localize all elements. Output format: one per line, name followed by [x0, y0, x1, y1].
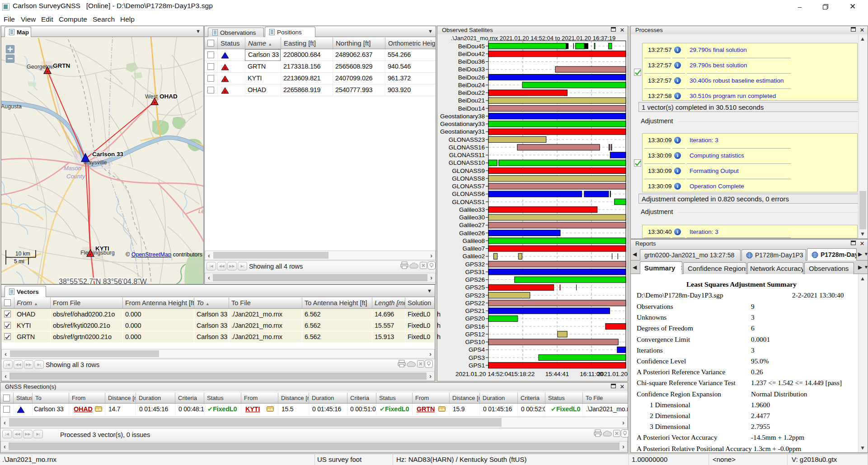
- svg-text:© OpenStreetMap contributors: © OpenStreetMap contributors: [126, 251, 202, 258]
- svg-text:BeiDou22: BeiDou22: [458, 89, 485, 96]
- svg-text:GLONASS16: GLONASS16: [449, 144, 485, 151]
- svg-text:GPS12: GPS12: [465, 331, 485, 338]
- svg-text:GPS21: GPS21: [465, 307, 485, 314]
- svg-text:GLONASS11: GLONASS11: [449, 152, 485, 158]
- svg-text:GRTN: GRTN: [53, 62, 70, 69]
- svg-text:GLONASS10: GLONASS10: [449, 159, 485, 166]
- svg-text:Galileo27: Galileo27: [459, 222, 485, 228]
- svg-text:Geostationary38: Geostationary38: [440, 113, 485, 120]
- svg-text:Geostationary31: Geostationary31: [440, 128, 485, 135]
- svg-text:GPS10: GPS10: [465, 339, 485, 345]
- svg-text:Galileo7: Galileo7: [462, 245, 485, 252]
- svg-text:GLONASS8: GLONASS8: [452, 175, 485, 182]
- svg-text:KYTI: KYTI: [95, 245, 109, 252]
- svg-text:BeiDou14: BeiDou14: [458, 105, 485, 112]
- svg-text:15:18:22: 15:18:22: [511, 371, 535, 377]
- svg-text:BeiDou26: BeiDou26: [458, 74, 485, 81]
- svg-text:GPS1: GPS1: [469, 362, 485, 369]
- svg-text:BeiDou33: BeiDou33: [458, 66, 485, 73]
- svg-text:GPS23: GPS23: [465, 292, 485, 299]
- svg-text:GPS20: GPS20: [465, 315, 485, 322]
- svg-text:Lev: Lev: [198, 209, 203, 214]
- svg-text:Galileo26: Galileo26: [459, 230, 485, 237]
- svg-text:2021.01.20: 2021.01.20: [597, 371, 628, 377]
- svg-text:38°55'52.7"N 83°56'04.8"W: 38°55'52.7"N 83°56'04.8"W: [59, 278, 147, 284]
- svg-text:Augusta: Augusta: [1, 103, 22, 110]
- svg-text:Galileo2: Galileo2: [462, 253, 485, 260]
- svg-text:Geostationary33: Geostationary33: [440, 121, 485, 127]
- svg-text:Mason: Mason: [64, 165, 81, 172]
- svg-text:5 mi: 5 mi: [14, 258, 24, 265]
- svg-text:GLONASS1: GLONASS1: [452, 199, 485, 205]
- svg-text:BeiDou24: BeiDou24: [458, 82, 485, 88]
- svg-text:15:44:41: 15:44:41: [545, 371, 569, 377]
- svg-text:GLONASS7: GLONASS7: [452, 183, 485, 190]
- svg-text:BeiDou45: BeiDou45: [458, 43, 485, 50]
- svg-text:Galileo33: Galileo33: [459, 206, 485, 213]
- svg-text:BeiDou42: BeiDou42: [458, 51, 485, 57]
- svg-text:GLONASS9: GLONASS9: [452, 167, 485, 174]
- svg-text:GPS4: GPS4: [469, 346, 485, 353]
- svg-text:Galileo30: Galileo30: [459, 214, 485, 221]
- svg-text:GPS16: GPS16: [465, 323, 485, 330]
- svg-text:Carlson 33: Carlson 33: [92, 151, 124, 158]
- svg-text:10 km: 10 km: [15, 251, 30, 257]
- svg-text:OHAD: OHAD: [160, 93, 178, 100]
- svg-text:GPS3: GPS3: [469, 354, 485, 361]
- svg-text:County: County: [66, 173, 86, 180]
- svg-text:GPS32: GPS32: [465, 261, 485, 268]
- svg-text:GPS31: GPS31: [465, 269, 485, 275]
- svg-text:Galileo8: Galileo8: [462, 237, 485, 244]
- svg-text:GLONASS6: GLONASS6: [452, 191, 485, 197]
- svg-text:GPS25: GPS25: [465, 284, 485, 291]
- svg-text:GLONASS23: GLONASS23: [449, 136, 485, 143]
- svg-text:BeiDou21: BeiDou21: [458, 97, 485, 104]
- svg-text:2021.01.20 14:52:04: 2021.01.20 14:52:04: [455, 371, 511, 377]
- svg-text:GPS26: GPS26: [465, 276, 485, 283]
- svg-text:BeiDou36: BeiDou36: [458, 58, 485, 65]
- svg-text:GPS22: GPS22: [465, 300, 485, 307]
